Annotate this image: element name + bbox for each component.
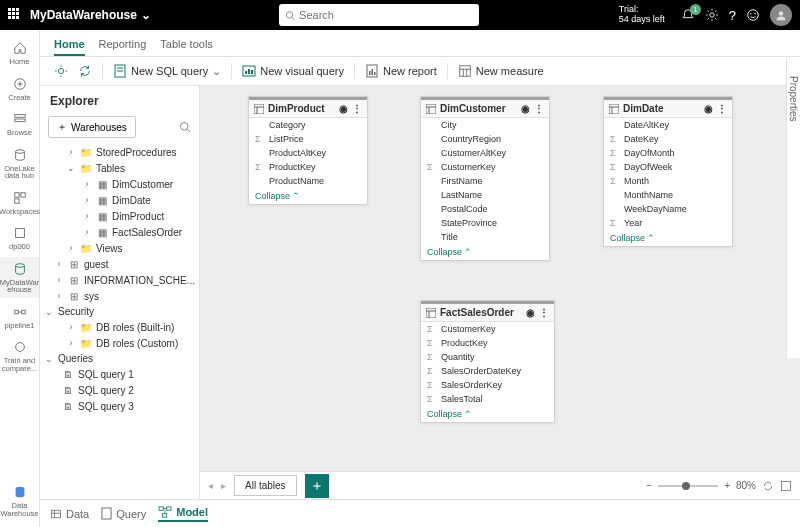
view-tab-model[interactable]: Model: [158, 506, 208, 522]
zoom-level: 80%: [736, 480, 756, 491]
svg-point-3: [748, 10, 759, 21]
nav-home[interactable]: Home: [0, 36, 39, 70]
new-measure-button[interactable]: New measure: [458, 64, 544, 78]
user-avatar[interactable]: [770, 4, 792, 26]
tree-table-dimproduct[interactable]: ›▦DimProduct: [40, 208, 199, 224]
nav-prev-icon[interactable]: ◂: [208, 480, 213, 491]
divider: [231, 63, 232, 79]
tree-table-factsalesorder[interactable]: ›▦FactSalesOrder: [40, 224, 199, 240]
add-tab-button[interactable]: ＋: [305, 474, 329, 498]
svg-rect-19: [21, 310, 25, 314]
tree-security[interactable]: ⌄Security: [40, 304, 199, 319]
svg-point-2: [710, 13, 714, 17]
tab-home[interactable]: Home: [54, 34, 85, 56]
visibility-icon[interactable]: ◉: [339, 103, 348, 114]
table-card-factsalesorder[interactable]: FactSalesOrder◉⋮ ΣCustomerKey ΣProductKe…: [420, 300, 555, 423]
svg-point-23: [58, 68, 63, 73]
all-tables-tab[interactable]: All tables: [234, 475, 297, 496]
model-canvas[interactable]: DimProduct◉⋮ Category ΣListPrice Product…: [200, 86, 800, 471]
settings-icon[interactable]: [705, 8, 719, 22]
tab-table-tools[interactable]: Table tools: [160, 34, 213, 56]
table-card-dimcustomer[interactable]: DimCustomer◉⋮ City CountryRegion Custome…: [420, 96, 550, 261]
nav-datawarehouse-bottom[interactable]: Data Warehouse: [0, 480, 39, 521]
svg-rect-16: [15, 229, 24, 238]
canvas-footer: ◂ ▸ All tables ＋ − + 80%: [200, 471, 800, 499]
nav-warehouse[interactable]: MyDataWar ehouse: [0, 257, 39, 298]
zoom-out-icon[interactable]: −: [646, 480, 652, 491]
tree-storedproc[interactable]: ›📁StoredProcedures: [40, 144, 199, 160]
nav-create[interactable]: Create: [0, 72, 39, 106]
tree-information-schema[interactable]: ›⊞INFORMATION_SCHE...: [40, 272, 199, 288]
visibility-icon[interactable]: ◉: [704, 103, 713, 114]
query-icon: [101, 507, 112, 520]
new-visual-query-button[interactable]: New visual query: [242, 64, 344, 78]
explorer-search-icon[interactable]: [179, 121, 191, 133]
tree-sys[interactable]: ›⊞sys: [40, 288, 199, 304]
tree-views[interactable]: ›📁Views: [40, 240, 199, 256]
search-input[interactable]: [299, 9, 473, 21]
tree-guest[interactable]: ›⊞guest: [40, 256, 199, 272]
svg-rect-32: [369, 71, 371, 75]
tree-table-dimdate[interactable]: ›▦DimDate: [40, 192, 199, 208]
more-icon[interactable]: ⋮: [717, 103, 727, 114]
tree-queries[interactable]: ⌄Queries: [40, 351, 199, 366]
help-icon[interactable]: ?: [729, 8, 736, 23]
notifications-button[interactable]: 1: [681, 8, 695, 22]
app-launcher-icon[interactable]: [8, 8, 22, 22]
visibility-icon[interactable]: ◉: [526, 307, 535, 318]
tree-query-3[interactable]: 🗎SQL query 3: [40, 398, 199, 414]
svg-rect-29: [248, 69, 250, 74]
settings-button[interactable]: [54, 64, 68, 78]
more-icon[interactable]: ⋮: [539, 307, 549, 318]
svg-point-4: [750, 13, 751, 14]
nav-dp000[interactable]: dp000: [0, 221, 39, 255]
fit-to-page-icon[interactable]: [762, 480, 774, 492]
nav-onelake[interactable]: OneLake data hub: [0, 143, 39, 184]
svg-point-17: [15, 263, 24, 267]
zoom-slider[interactable]: [658, 485, 718, 487]
svg-rect-35: [460, 66, 471, 77]
table-card-dimproduct[interactable]: DimProduct◉⋮ Category ΣListPrice Product…: [248, 96, 368, 205]
tree-query-1[interactable]: 🗎SQL query 1: [40, 366, 199, 382]
nav-pipeline[interactable]: pipeline1: [0, 300, 39, 334]
warehouses-button[interactable]: ＋Warehouses: [48, 116, 136, 138]
nav-next-icon[interactable]: ▸: [221, 480, 226, 491]
new-sql-query-button[interactable]: New SQL query⌄: [113, 64, 221, 78]
fullscreen-icon[interactable]: [780, 480, 792, 492]
svg-rect-11: [14, 119, 25, 122]
tab-reporting[interactable]: Reporting: [99, 34, 147, 56]
view-tab-query[interactable]: Query: [101, 507, 146, 520]
collapse-button[interactable]: Collapse⌃: [604, 230, 732, 246]
collapse-button[interactable]: Collapse⌃: [421, 244, 549, 260]
workspace-dropdown[interactable]: MyDataWarehouse⌄: [30, 8, 151, 22]
zoom-in-icon[interactable]: +: [724, 480, 730, 491]
view-tabs: Data Query Model: [40, 499, 800, 527]
tree-tables[interactable]: ⌄📁Tables: [40, 160, 199, 176]
tree-roles-custom[interactable]: ›📁DB roles (Custom): [40, 335, 199, 351]
visibility-icon[interactable]: ◉: [521, 103, 530, 114]
feedback-icon[interactable]: [746, 8, 760, 22]
nav-train[interactable]: Train and compare...: [0, 335, 39, 376]
svg-rect-15: [14, 198, 18, 202]
properties-panel-toggle[interactable]: Properties: [786, 58, 800, 358]
more-icon[interactable]: ⋮: [352, 103, 362, 114]
nav-browse[interactable]: Browse: [0, 107, 39, 141]
svg-rect-57: [102, 508, 111, 519]
collapse-button[interactable]: Collapse⌃: [249, 188, 367, 204]
collapse-button[interactable]: Collapse⌃: [421, 406, 554, 422]
more-icon[interactable]: ⋮: [534, 103, 544, 114]
refresh-button[interactable]: [78, 64, 92, 78]
tree-roles-builtin[interactable]: ›📁DB roles (Built-in): [40, 319, 199, 335]
search-box[interactable]: [279, 4, 479, 26]
svg-point-0: [286, 11, 292, 17]
new-report-button[interactable]: New report: [365, 64, 437, 78]
tree-table-dimcustomer[interactable]: ›▦DimCustomer: [40, 176, 199, 192]
svg-rect-53: [782, 481, 791, 490]
view-tab-data[interactable]: Data: [50, 508, 89, 520]
notification-badge: 1: [690, 4, 701, 15]
tree-query-2[interactable]: 🗎SQL query 2: [40, 382, 199, 398]
nav-workspaces[interactable]: Workspaces: [0, 186, 39, 220]
table-card-dimdate[interactable]: DimDate◉⋮ DateAltKey ΣDateKey ΣDayOfMont…: [603, 96, 733, 247]
svg-line-1: [292, 17, 295, 20]
divider: [354, 63, 355, 79]
